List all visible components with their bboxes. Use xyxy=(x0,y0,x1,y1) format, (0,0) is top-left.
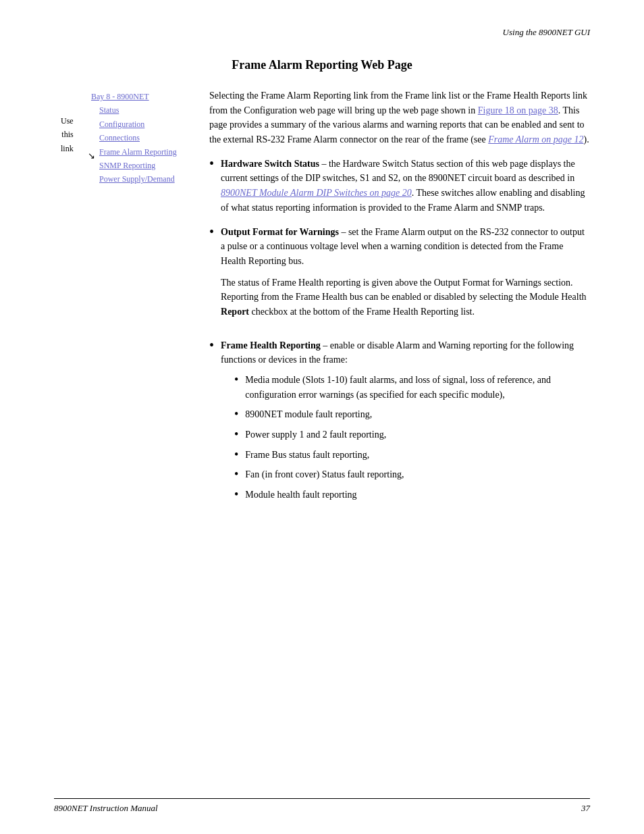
term-output-format: Output Format for Warnings xyxy=(221,227,339,237)
content-area: Use this link ↘ Bay 8 - 8900NET Status C… xyxy=(54,88,590,517)
sub-text-4: Frame Bus status fault reporting, xyxy=(245,448,369,463)
sub-dot-1: • xyxy=(234,373,238,388)
footer-right: 37 xyxy=(581,803,590,814)
sub-dot-3: • xyxy=(234,427,238,442)
bullet-content-1: Hardware Switch Status – the Hardware Sw… xyxy=(221,157,590,215)
sub-dot-4: • xyxy=(234,448,238,463)
sub-dot-5: • xyxy=(234,467,238,482)
header-title: Using the 8900NET GUI xyxy=(503,27,590,37)
sub-text-1: Media module (Slots 1-10) fault alarms, … xyxy=(245,373,590,402)
bullet-content-3: Frame Health Reporting – enable or disab… xyxy=(221,338,590,508)
bullet-dot-3: • xyxy=(209,337,214,353)
sidebar-item-power[interactable]: Power Supply/Demand xyxy=(91,172,196,186)
bullet-frame-health: • Frame Health Reporting – enable or dis… xyxy=(209,338,590,508)
sub-bullet-2: • 8900NET module fault reporting, xyxy=(234,407,590,422)
sub-text-3: Power supply 1 and 2 fault reporting, xyxy=(245,427,386,442)
main-bullet-list: • Hardware Switch Status – the Hardware … xyxy=(209,157,590,508)
sidebar-nav: Bay 8 - 8900NET Status Configuration Con… xyxy=(54,88,196,186)
use-this-link-label: Use this link xyxy=(61,114,74,155)
page-header: Using the 8900NET GUI xyxy=(54,27,590,38)
main-content: Selecting the Frame Alarm Reporting link… xyxy=(209,88,590,517)
sub-text-2: 8900NET module fault reporting, xyxy=(245,407,372,422)
sidebar-item-status[interactable]: Status xyxy=(91,103,196,117)
figure-18-link[interactable]: Figure 18 on page 38 xyxy=(478,105,558,115)
sub-bullet-6: • Module health fault reporting xyxy=(234,488,590,502)
sidebar-item-frame-alarm[interactable]: Frame Alarm Reporting xyxy=(91,145,196,159)
page: Using the 8900NET GUI Frame Alarm Report… xyxy=(0,0,644,834)
sub-bullet-3: • Power supply 1 and 2 fault reporting, xyxy=(234,427,590,442)
page-title: Frame Alarm Reporting Web Page xyxy=(54,58,590,72)
sub-text-5: Fan (in front cover) Status fault report… xyxy=(245,467,404,482)
sidebar-section: Use this link ↘ Bay 8 - 8900NET Status C… xyxy=(54,88,196,517)
dip-switches-link[interactable]: 8900NET Module Alarm DIP Switches on pag… xyxy=(221,188,412,198)
sub-bullet-5: • Fan (in front cover) Status fault repo… xyxy=(234,467,590,482)
sub-bullet-4: • Frame Bus status fault reporting, xyxy=(234,448,590,463)
arrow-icon: ↘ xyxy=(88,151,95,161)
term-hardware-switch: Hardware Switch Status xyxy=(221,159,319,169)
sidebar-item-configuration[interactable]: Configuration xyxy=(91,118,196,131)
sub-bullet-list: • Media module (Slots 1-10) fault alarms… xyxy=(221,373,590,502)
term-frame-health: Frame Health Reporting xyxy=(221,340,321,350)
sidebar-item-snmp[interactable]: SNMP Reporting xyxy=(91,159,196,172)
bullet-dot-2: • xyxy=(209,224,214,240)
sidebar-item-bay[interactable]: Bay 8 - 8900NET xyxy=(91,90,196,103)
bullet-content-2: Output Format for Warnings – set the Fra… xyxy=(221,225,590,329)
intro-paragraph: Selecting the Frame Alarm Reporting link… xyxy=(209,88,590,147)
sidebar-item-connections[interactable]: Connections xyxy=(91,131,196,145)
bullet-output-format: • Output Format for Warnings – set the F… xyxy=(209,225,590,329)
page-footer: 8900NET Instruction Manual 37 xyxy=(54,798,590,814)
sub-dot-2: • xyxy=(234,407,238,422)
frame-alarm-link[interactable]: Frame Alarm on page 12 xyxy=(488,134,583,145)
footer-left: 8900NET Instruction Manual xyxy=(54,803,158,814)
sub-bullet-1: • Media module (Slots 1-10) fault alarms… xyxy=(234,373,590,402)
output-format-extra: The status of Frame Health reporting is … xyxy=(221,276,590,319)
bullet-hardware-switch: • Hardware Switch Status – the Hardware … xyxy=(209,157,590,215)
sub-dot-6: • xyxy=(234,488,238,502)
sub-text-6: Module health fault reporting xyxy=(245,488,356,502)
bullet-dot-1: • xyxy=(209,155,214,172)
